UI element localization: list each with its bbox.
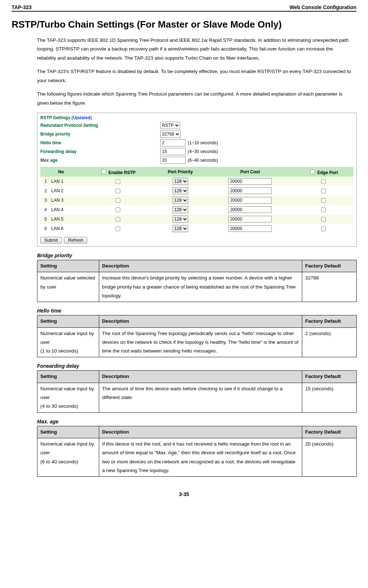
col-edge: Edge Port <box>293 167 353 177</box>
edge-port-checkbox[interactable] <box>321 226 326 231</box>
port-name: LAN 4 <box>49 205 82 214</box>
hello-time-input[interactable] <box>160 139 186 146</box>
edge-port-checkbox[interactable] <box>321 217 326 222</box>
port-no: 5 <box>40 214 49 224</box>
port-no: 2 <box>40 186 49 196</box>
port-cost-input[interactable] <box>228 188 272 194</box>
bridge-priority-title: Bridge priority <box>37 253 356 258</box>
col-priority: Port Priority <box>154 167 207 177</box>
forwarding-delay-hint: (4~30 seconds) <box>188 149 218 154</box>
bridge-priority-select[interactable]: 32768 <box>160 130 181 138</box>
enable-rstp-checkbox[interactable] <box>116 226 120 231</box>
max-age-input[interactable] <box>160 157 186 164</box>
port-cost-input[interactable] <box>228 178 272 185</box>
fwd-desc: The amount of time this device waits bef… <box>99 383 302 412</box>
port-no: 4 <box>40 205 49 214</box>
max-age-table: Setting Description Factory Default Nume… <box>37 426 357 477</box>
header-right: Web Console Configuration <box>290 4 356 10</box>
fwd-setting: Numerical value input by user (4 to 30 s… <box>37 383 99 412</box>
page-title: RSTP/Turbo Chain Settings (For Master or… <box>12 19 356 30</box>
table-row: 2LAN 2128 <box>40 186 353 196</box>
table-row: 1LAN 1128 <box>40 177 353 186</box>
port-no: 6 <box>40 224 49 233</box>
port-priority-select[interactable]: 128 <box>173 187 188 194</box>
bridge-priority-label: Bridge priority <box>40 132 160 137</box>
table-row: 3LAN 3128 <box>40 196 353 205</box>
port-priority-select[interactable]: 128 <box>173 178 188 185</box>
port-name: LAN 2 <box>49 186 82 196</box>
bridge-setting: Numerical value selected by user <box>37 272 99 302</box>
port-name: LAN 6 <box>49 224 82 233</box>
forwarding-delay-title: Forwarding delay <box>37 363 356 369</box>
port-cost-input[interactable] <box>228 216 272 222</box>
edge-port-all-checkbox[interactable] <box>310 169 315 174</box>
enable-rstp-checkbox[interactable] <box>116 189 120 193</box>
forwarding-delay-label: Forwarding delay <box>40 149 160 154</box>
port-priority-select[interactable]: 128 <box>173 216 188 223</box>
table-row: 5LAN 5128 <box>40 214 353 224</box>
port-no: 3 <box>40 196 49 205</box>
enable-rstp-checkbox[interactable] <box>116 179 120 184</box>
rstp-settings-panel: RSTP Settings (Updated) Redundant Protoc… <box>37 113 357 247</box>
th-default: Factory Default <box>302 260 357 272</box>
hello-time-label: Hello time <box>40 140 160 145</box>
port-cost-input[interactable] <box>228 206 272 213</box>
hello-default: 2 (seconds) <box>302 327 357 357</box>
page-header: TAP-323 Web Console Configuration <box>12 4 356 12</box>
port-name: LAN 1 <box>49 177 82 186</box>
redundant-protocol-select[interactable]: RSTP <box>160 122 180 129</box>
rstp-title-updated: (Updated) <box>72 115 92 120</box>
port-no: 1 <box>40 177 49 186</box>
th-setting: Setting <box>37 260 99 272</box>
col-cost: Port Cost <box>207 167 294 177</box>
port-priority-select[interactable]: 128 <box>173 197 188 204</box>
port-priority-select[interactable]: 128 <box>173 206 188 213</box>
col-enable: Enable RSTP <box>82 167 154 177</box>
port-name: LAN 3 <box>49 196 82 205</box>
submit-button[interactable]: Submit <box>40 237 62 243</box>
enable-rstp-checkbox[interactable] <box>116 208 120 212</box>
max-age-label: Max age <box>40 158 160 163</box>
edge-port-checkbox[interactable] <box>321 198 326 203</box>
table-row: 6LAN 6128 <box>40 224 353 233</box>
maxage-default: 20 (seconds) <box>302 438 357 476</box>
intro-paragraph-1: The TAP-323 supports IEEE 802.1D Spannin… <box>37 36 353 63</box>
refresh-button[interactable]: Refresh <box>64 237 87 243</box>
max-age-hint: (6~40 seconds) <box>188 158 218 163</box>
max-age-title: Max. age <box>37 419 356 424</box>
port-priority-select[interactable]: 128 <box>173 225 188 232</box>
port-name: LAN 5 <box>49 214 82 224</box>
port-cost-input[interactable] <box>228 197 272 204</box>
hello-time-title: Hello time <box>37 308 356 314</box>
edge-port-checkbox[interactable] <box>321 189 326 193</box>
rstp-title-text: RSTP Settings <box>40 115 70 120</box>
forwarding-delay-table: Setting Description Factory Default Nume… <box>37 370 357 412</box>
col-no: No <box>40 167 82 177</box>
enable-rstp-checkbox[interactable] <box>116 217 120 222</box>
bridge-priority-table: Setting Description Factory Default Nume… <box>37 260 357 302</box>
bridge-default: 32768 <box>302 272 357 302</box>
hello-desc: The root of the Spanning Tree topology p… <box>99 327 302 357</box>
edge-port-checkbox[interactable] <box>321 179 326 184</box>
maxage-setting: Numerical value input by user (6 to 40 s… <box>37 438 99 476</box>
table-row: 4LAN 4128 <box>40 205 353 214</box>
fwd-default: 15 (seconds) <box>302 383 357 412</box>
rstp-panel-title: RSTP Settings (Updated) <box>40 115 353 120</box>
enable-rstp-all-checkbox[interactable] <box>101 169 106 174</box>
bridge-desc: Increase this device's bridge priority b… <box>99 272 302 302</box>
page-number: 3-35 <box>12 491 356 497</box>
edge-port-checkbox[interactable] <box>321 208 326 212</box>
enable-rstp-checkbox[interactable] <box>116 198 120 203</box>
th-description: Description <box>99 260 302 272</box>
hello-setting: Numerical value input by user (1 to 10 s… <box>37 327 99 357</box>
redundant-protocol-label: Redundant Protocol Setting <box>40 123 160 128</box>
header-left: TAP-323 <box>12 4 32 10</box>
intro-paragraph-3: The following figures indicate which Spa… <box>37 90 353 108</box>
port-cost-input[interactable] <box>228 225 272 232</box>
port-table: No Enable RSTP Port Priority Port Cost E… <box>40 167 353 233</box>
intro-paragraph-2: The TAP-323's STP/RSTP feature is disabl… <box>37 67 353 85</box>
hello-time-hint: (1~10 seconds) <box>188 140 218 145</box>
hello-time-table: Setting Description Factory Default Nume… <box>37 315 357 357</box>
forwarding-delay-input[interactable] <box>160 148 186 155</box>
maxage-desc: If this device is not the root, and it h… <box>99 438 302 476</box>
